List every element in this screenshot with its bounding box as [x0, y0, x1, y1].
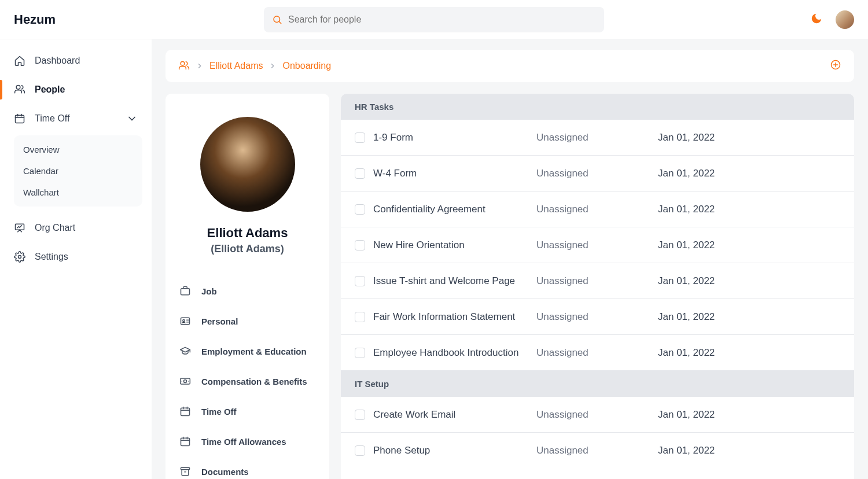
- sidebar-item-label: Org Chart: [35, 223, 75, 233]
- task-row[interactable]: Create Work EmailUnassignedJan 01, 2022: [341, 397, 854, 433]
- sidebar-subitem-calendar[interactable]: Calendar: [14, 160, 142, 182]
- id-card-icon: [179, 315, 191, 327]
- sidebar-item-dashboard[interactable]: Dashboard: [0, 46, 152, 75]
- archive-icon: [179, 466, 191, 477]
- sidebar-subitem-wallchart[interactable]: Wallchart: [14, 182, 142, 203]
- profile-card: Elliott Adams (Elliott Adams) JobPersona…: [165, 94, 329, 479]
- profile-tab-time-off[interactable]: Time Off: [176, 396, 319, 426]
- gear-icon: [14, 251, 25, 263]
- home-icon: [14, 55, 25, 67]
- main-content: Elliott Adams Onboarding Elliott Adams (…: [152, 39, 868, 479]
- task-assignee: Unassigned: [536, 168, 658, 179]
- task-row[interactable]: W-4 FormUnassignedJan 01, 2022: [341, 156, 854, 191]
- search-input[interactable]: [288, 14, 596, 25]
- task-title: Issue T-shirt and Welcome Page: [373, 275, 536, 287]
- search-icon: [272, 14, 282, 25]
- task-due-date: Jan 01, 2022: [658, 240, 715, 251]
- chevron-down-icon: [126, 113, 138, 124]
- breadcrumb-person[interactable]: Elliott Adams: [209, 61, 263, 71]
- app-logo[interactable]: Hezum: [14, 12, 56, 27]
- moon-icon: [810, 12, 823, 25]
- profile-tab-label: Job: [201, 286, 217, 296]
- task-checkbox[interactable]: [355, 132, 365, 143]
- task-section-header: IT Setup: [341, 371, 854, 397]
- profile-tab-label: Personal: [201, 316, 238, 326]
- task-due-date: Jan 01, 2022: [658, 168, 715, 179]
- sidebar-item-label: Time Off: [35, 113, 69, 124]
- sidebar-submenu-time-off: Overview Calendar Wallchart: [14, 135, 142, 207]
- task-panel: HR Tasks1-9 FormUnassignedJan 01, 2022W-…: [341, 94, 854, 479]
- sidebar-subitem-overview[interactable]: Overview: [14, 139, 142, 160]
- task-assignee: Unassigned: [536, 409, 658, 421]
- sidebar-item-time-off[interactable]: Time Off: [0, 104, 152, 133]
- sidebar-item-label: Dashboard: [35, 56, 80, 66]
- breadcrumb: Elliott Adams Onboarding: [165, 50, 854, 82]
- profile-tab-documents[interactable]: Documents: [176, 456, 319, 479]
- task-assignee: Unassigned: [536, 445, 658, 456]
- task-row[interactable]: Employee Handbook IntroductionUnassigned…: [341, 335, 854, 371]
- task-checkbox[interactable]: [355, 348, 365, 358]
- task-assignee: Unassigned: [536, 311, 658, 323]
- task-assignee: Unassigned: [536, 347, 658, 359]
- breadcrumb-page[interactable]: Onboarding: [282, 61, 331, 71]
- profile-tab-employment-education[interactable]: Employment & Education: [176, 336, 319, 366]
- task-checkbox[interactable]: [355, 410, 365, 420]
- sidebar: Dashboard People Time Off Overview Calen…: [0, 39, 152, 479]
- sidebar-item-label: Settings: [35, 252, 68, 262]
- task-assignee: Unassigned: [536, 132, 658, 143]
- profile-tab-label: Employment & Education: [201, 347, 307, 356]
- task-checkbox[interactable]: [355, 276, 365, 286]
- profile-name: Elliott Adams: [176, 226, 319, 241]
- task-title: W-4 Form: [373, 168, 536, 179]
- profile-tab-label: Time Off: [201, 407, 237, 417]
- user-avatar[interactable]: [836, 10, 854, 29]
- task-row[interactable]: Issue T-shirt and Welcome PageUnassigned…: [341, 263, 854, 299]
- add-button[interactable]: [830, 59, 841, 73]
- grad-cap-icon: [179, 345, 191, 357]
- theme-toggle[interactable]: [810, 12, 823, 27]
- task-checkbox[interactable]: [355, 240, 365, 250]
- task-checkbox[interactable]: [355, 312, 365, 322]
- profile-tab-time-off-allowances[interactable]: Time Off Allowances: [176, 426, 319, 456]
- profile-alias: (Elliott Adams): [176, 243, 319, 255]
- profile-tab-personal[interactable]: Personal: [176, 306, 319, 336]
- task-checkbox[interactable]: [355, 168, 365, 179]
- task-due-date: Jan 01, 2022: [658, 204, 715, 215]
- task-row[interactable]: Confidentiality AgreementUnassignedJan 0…: [341, 191, 854, 227]
- task-due-date: Jan 01, 2022: [658, 311, 715, 323]
- task-due-date: Jan 01, 2022: [658, 132, 715, 143]
- task-due-date: Jan 01, 2022: [658, 347, 715, 359]
- task-title: 1-9 Form: [373, 132, 536, 143]
- calendar-icon: [179, 406, 191, 417]
- task-title: Confidentiality Agreement: [373, 204, 536, 215]
- task-row[interactable]: New Hire OrientationUnassignedJan 01, 20…: [341, 227, 854, 263]
- profile-tab-compensation-benefits[interactable]: Compensation & Benefits: [176, 366, 319, 396]
- task-due-date: Jan 01, 2022: [658, 445, 715, 456]
- presentation-icon: [14, 222, 25, 234]
- task-assignee: Unassigned: [536, 275, 658, 287]
- task-checkbox[interactable]: [355, 445, 365, 456]
- task-assignee: Unassigned: [536, 204, 658, 215]
- task-row[interactable]: 1-9 FormUnassignedJan 01, 2022: [341, 120, 854, 156]
- task-title: Phone Setup: [373, 445, 536, 456]
- task-row[interactable]: Fair Work Information StatementUnassigne…: [341, 299, 854, 335]
- profile-tab-label: Documents: [201, 467, 249, 477]
- task-section-header: HR Tasks: [341, 94, 854, 120]
- chevron-right-icon: [196, 62, 204, 70]
- task-row[interactable]: Phone SetupUnassignedJan 01, 2022: [341, 433, 854, 469]
- profile-tab-job[interactable]: Job: [176, 276, 319, 306]
- task-title: Create Work Email: [373, 409, 536, 421]
- profile-tab-label: Compensation & Benefits: [201, 377, 307, 386]
- sidebar-item-label: People: [35, 84, 65, 95]
- chevron-right-icon: [269, 62, 277, 70]
- task-checkbox[interactable]: [355, 204, 365, 215]
- search-field[interactable]: [264, 7, 604, 32]
- sidebar-item-people[interactable]: People: [0, 75, 152, 104]
- task-title: Fair Work Information Statement: [373, 311, 536, 323]
- task-due-date: Jan 01, 2022: [658, 409, 715, 421]
- users-icon: [14, 84, 25, 95]
- profile-avatar[interactable]: [200, 117, 295, 212]
- money-icon: [179, 375, 191, 387]
- sidebar-item-settings[interactable]: Settings: [0, 242, 152, 271]
- sidebar-item-org-chart[interactable]: Org Chart: [0, 213, 152, 242]
